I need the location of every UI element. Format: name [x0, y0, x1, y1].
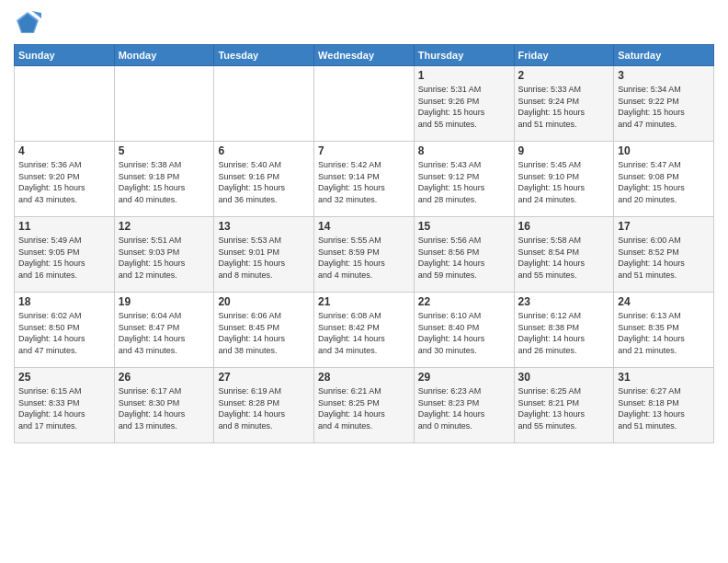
- calendar-cell: 22Sunrise: 6:10 AM Sunset: 8:40 PM Dayli…: [414, 293, 514, 368]
- day-info: Sunrise: 6:23 AM Sunset: 8:23 PM Dayligh…: [418, 385, 510, 431]
- calendar-table: SundayMondayTuesdayWednesdayThursdayFrid…: [14, 44, 714, 443]
- day-info: Sunrise: 5:43 AM Sunset: 9:12 PM Dayligh…: [418, 159, 510, 205]
- day-number: 12: [119, 220, 210, 233]
- day-info: Sunrise: 6:21 AM Sunset: 8:25 PM Dayligh…: [318, 385, 410, 431]
- calendar-cell: 29Sunrise: 6:23 AM Sunset: 8:23 PM Dayli…: [414, 368, 514, 443]
- week-row-3: 11Sunrise: 5:49 AM Sunset: 9:05 PM Dayli…: [15, 217, 714, 293]
- weekday-tuesday: Tuesday: [214, 45, 314, 66]
- header: [14, 9, 714, 37]
- calendar-cell: 23Sunrise: 6:12 AM Sunset: 8:38 PM Dayli…: [514, 293, 614, 368]
- day-info: Sunrise: 5:31 AM Sunset: 9:26 PM Dayligh…: [418, 84, 510, 130]
- calendar-cell: 16Sunrise: 5:58 AM Sunset: 8:54 PM Dayli…: [514, 217, 614, 293]
- calendar-cell: 31Sunrise: 6:27 AM Sunset: 8:18 PM Dayli…: [614, 368, 714, 443]
- day-number: 2: [518, 69, 610, 82]
- day-info: Sunrise: 5:58 AM Sunset: 8:54 PM Dayligh…: [518, 235, 610, 281]
- calendar-cell: 3Sunrise: 5:34 AM Sunset: 9:22 PM Daylig…: [614, 66, 714, 142]
- calendar-cell: [15, 66, 115, 142]
- calendar-cell: 27Sunrise: 6:19 AM Sunset: 8:28 PM Dayli…: [214, 368, 314, 443]
- calendar-cell: 13Sunrise: 5:53 AM Sunset: 9:01 PM Dayli…: [214, 217, 314, 293]
- day-info: Sunrise: 6:10 AM Sunset: 8:40 PM Dayligh…: [418, 310, 510, 356]
- week-row-2: 4Sunrise: 5:36 AM Sunset: 9:20 PM Daylig…: [15, 142, 714, 217]
- calendar-cell: 5Sunrise: 5:38 AM Sunset: 9:18 PM Daylig…: [114, 142, 214, 217]
- day-number: 14: [318, 220, 410, 233]
- day-info: Sunrise: 5:55 AM Sunset: 8:59 PM Dayligh…: [318, 235, 410, 281]
- calendar-cell: 11Sunrise: 5:49 AM Sunset: 9:05 PM Dayli…: [15, 217, 115, 293]
- day-number: 17: [618, 220, 710, 233]
- calendar-cell: 25Sunrise: 6:15 AM Sunset: 8:33 PM Dayli…: [15, 368, 115, 443]
- day-info: Sunrise: 6:06 AM Sunset: 8:45 PM Dayligh…: [218, 310, 310, 356]
- calendar-cell: 10Sunrise: 5:47 AM Sunset: 9:08 PM Dayli…: [614, 142, 714, 217]
- week-row-4: 18Sunrise: 6:02 AM Sunset: 8:50 PM Dayli…: [15, 293, 714, 368]
- day-info: Sunrise: 6:12 AM Sunset: 8:38 PM Dayligh…: [518, 310, 610, 356]
- day-number: 3: [618, 69, 710, 82]
- calendar-cell: 21Sunrise: 6:08 AM Sunset: 8:42 PM Dayli…: [314, 293, 415, 368]
- day-number: 20: [218, 295, 310, 308]
- day-number: 18: [18, 295, 110, 308]
- day-info: Sunrise: 6:02 AM Sunset: 8:50 PM Dayligh…: [18, 310, 110, 356]
- calendar-cell: 18Sunrise: 6:02 AM Sunset: 8:50 PM Dayli…: [15, 293, 115, 368]
- calendar-cell: 26Sunrise: 6:17 AM Sunset: 8:30 PM Dayli…: [114, 368, 214, 443]
- calendar-cell: 30Sunrise: 6:25 AM Sunset: 8:21 PM Dayli…: [514, 368, 614, 443]
- day-info: Sunrise: 6:04 AM Sunset: 8:47 PM Dayligh…: [119, 310, 210, 356]
- day-info: Sunrise: 5:49 AM Sunset: 9:05 PM Dayligh…: [18, 235, 110, 281]
- day-info: Sunrise: 5:56 AM Sunset: 8:56 PM Dayligh…: [418, 235, 510, 281]
- day-number: 16: [518, 220, 610, 233]
- day-number: 28: [318, 371, 410, 384]
- calendar-cell: [114, 66, 214, 142]
- calendar-cell: 7Sunrise: 5:42 AM Sunset: 9:14 PM Daylig…: [314, 142, 415, 217]
- day-info: Sunrise: 5:42 AM Sunset: 9:14 PM Dayligh…: [318, 159, 410, 205]
- day-info: Sunrise: 5:53 AM Sunset: 9:01 PM Dayligh…: [218, 235, 310, 281]
- svg-marker-1: [18, 14, 37, 32]
- day-number: 29: [418, 371, 510, 384]
- calendar-cell: [214, 66, 314, 142]
- calendar-cell: 4Sunrise: 5:36 AM Sunset: 9:20 PM Daylig…: [15, 142, 115, 217]
- day-number: 21: [318, 295, 410, 308]
- week-row-1: 1Sunrise: 5:31 AM Sunset: 9:26 PM Daylig…: [15, 66, 714, 142]
- day-number: 26: [119, 371, 210, 384]
- calendar-cell: 24Sunrise: 6:13 AM Sunset: 8:35 PM Dayli…: [614, 293, 714, 368]
- day-number: 10: [618, 144, 710, 157]
- day-number: 31: [618, 371, 710, 384]
- day-number: 8: [418, 144, 510, 157]
- calendar-cell: [314, 66, 415, 142]
- day-info: Sunrise: 5:38 AM Sunset: 9:18 PM Dayligh…: [119, 159, 210, 205]
- day-info: Sunrise: 5:33 AM Sunset: 9:24 PM Dayligh…: [518, 84, 610, 130]
- day-number: 11: [18, 220, 110, 233]
- weekday-saturday: Saturday: [614, 45, 714, 66]
- day-info: Sunrise: 6:25 AM Sunset: 8:21 PM Dayligh…: [518, 385, 610, 431]
- weekday-monday: Monday: [114, 45, 214, 66]
- day-number: 9: [518, 144, 610, 157]
- calendar-cell: 19Sunrise: 6:04 AM Sunset: 8:47 PM Dayli…: [114, 293, 214, 368]
- day-info: Sunrise: 6:27 AM Sunset: 8:18 PM Dayligh…: [618, 385, 710, 431]
- page: SundayMondayTuesdayWednesdayThursdayFrid…: [0, 0, 728, 563]
- weekday-friday: Friday: [514, 45, 614, 66]
- day-number: 24: [618, 295, 710, 308]
- day-info: Sunrise: 6:00 AM Sunset: 8:52 PM Dayligh…: [618, 235, 710, 281]
- day-info: Sunrise: 6:19 AM Sunset: 8:28 PM Dayligh…: [218, 385, 310, 431]
- day-info: Sunrise: 6:13 AM Sunset: 8:35 PM Dayligh…: [618, 310, 710, 356]
- day-number: 15: [418, 220, 510, 233]
- calendar-cell: 2Sunrise: 5:33 AM Sunset: 9:24 PM Daylig…: [514, 66, 614, 142]
- day-info: Sunrise: 5:34 AM Sunset: 9:22 PM Dayligh…: [618, 84, 710, 130]
- day-number: 30: [518, 371, 610, 384]
- day-number: 25: [18, 371, 110, 384]
- day-number: 27: [218, 371, 310, 384]
- calendar-cell: 28Sunrise: 6:21 AM Sunset: 8:25 PM Dayli…: [314, 368, 415, 443]
- calendar-cell: 6Sunrise: 5:40 AM Sunset: 9:16 PM Daylig…: [214, 142, 314, 217]
- day-info: Sunrise: 5:36 AM Sunset: 9:20 PM Dayligh…: [18, 159, 110, 205]
- weekday-wednesday: Wednesday: [314, 45, 415, 66]
- logo: [14, 9, 45, 37]
- weekday-thursday: Thursday: [414, 45, 514, 66]
- calendar-cell: 15Sunrise: 5:56 AM Sunset: 8:56 PM Dayli…: [414, 217, 514, 293]
- day-number: 22: [418, 295, 510, 308]
- calendar-cell: 12Sunrise: 5:51 AM Sunset: 9:03 PM Dayli…: [114, 217, 214, 293]
- calendar-cell: 14Sunrise: 5:55 AM Sunset: 8:59 PM Dayli…: [314, 217, 415, 293]
- calendar-cell: 20Sunrise: 6:06 AM Sunset: 8:45 PM Dayli…: [214, 293, 314, 368]
- day-info: Sunrise: 6:08 AM Sunset: 8:42 PM Dayligh…: [318, 310, 410, 356]
- calendar-cell: 9Sunrise: 5:45 AM Sunset: 9:10 PM Daylig…: [514, 142, 614, 217]
- day-info: Sunrise: 5:51 AM Sunset: 9:03 PM Dayligh…: [119, 235, 210, 281]
- day-info: Sunrise: 6:15 AM Sunset: 8:33 PM Dayligh…: [18, 385, 110, 431]
- day-number: 23: [518, 295, 610, 308]
- week-row-5: 25Sunrise: 6:15 AM Sunset: 8:33 PM Dayli…: [15, 368, 714, 443]
- day-number: 1: [418, 69, 510, 82]
